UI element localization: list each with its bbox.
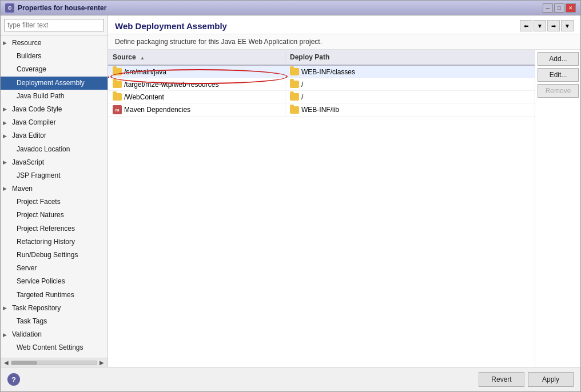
footer-buttons: Revert Apply — [479, 372, 574, 387]
deploy-path: / — [301, 81, 303, 89]
title-bar-left: ⚙ Properties for house-renter — [5, 3, 106, 13]
sidebar-item-label: Service Policies — [17, 276, 65, 287]
cell-deploy: WEB-INF/classes — [285, 66, 535, 78]
revert-button[interactable]: Revert — [479, 372, 524, 387]
help-button[interactable]: ? — [7, 373, 20, 386]
window-title: Properties for house-renter — [18, 4, 106, 12]
deploy-path: WEB-INF/lib — [301, 106, 339, 114]
source-path: Maven Dependencies — [124, 106, 190, 114]
footer-left: ? — [7, 373, 20, 386]
sidebar-item-label: Javadoc Location — [17, 144, 70, 155]
expand-arrow: ▶ — [3, 39, 10, 47]
source-path: /target/m2e-wtp/web-resources — [124, 81, 218, 89]
sidebar-item-task-tags[interactable]: Task Tags — [1, 315, 108, 328]
sidebar-item-label: Validation — [12, 329, 42, 340]
sidebar-item-label: Web Content Settings — [17, 342, 83, 353]
expand-arrow: ▶ — [3, 158, 10, 166]
right-panel: Web Deployment Assembly ⬅ ▼ ➡ ▼ Define p… — [108, 15, 580, 367]
sidebar-item-maven[interactable]: ▶ Maven — [1, 182, 108, 195]
col-header-deploy: Deploy Path — [285, 52, 535, 62]
apply-button[interactable]: Apply — [528, 372, 574, 387]
table-row[interactable]: /target/m2e-wtp/web-resources / — [108, 78, 535, 91]
sidebar-item-service-policies[interactable]: Service Policies — [1, 275, 108, 288]
cell-source: /WebContent — [108, 91, 285, 103]
folder-icon — [113, 93, 122, 101]
sidebar-item-server[interactable]: Server — [1, 262, 108, 275]
expand-arrow: ▶ — [3, 331, 10, 339]
sidebar-item-label: Task Repository — [12, 303, 61, 314]
main-window: ⚙ Properties for house-renter ─ □ ✕ ▶ Re… — [0, 0, 581, 392]
folder-icon — [290, 93, 299, 101]
sidebar-item-project-natures[interactable]: Project Natures — [1, 209, 108, 222]
minimize-button[interactable]: ─ — [543, 3, 553, 13]
nav-back-button[interactable]: ⬅ — [520, 20, 532, 31]
sidebar-item-java-code-style[interactable]: ▶ Java Code Style — [1, 103, 108, 116]
nav-forward-dropdown[interactable]: ▼ — [561, 20, 574, 31]
expand-arrow: ▶ — [3, 105, 10, 113]
sidebar-item-refactoring-history[interactable]: Refactoring History — [1, 235, 108, 249]
sidebar-item-label: Deployment Assembly — [17, 78, 85, 89]
sidebar-item-label: Java Build Path — [17, 91, 64, 102]
cell-deploy: / — [285, 79, 535, 90]
expand-arrow: ▶ — [3, 304, 10, 312]
close-button[interactable]: ✕ — [566, 3, 576, 13]
table-body: /src/main/java WEB-INF/classes /tar — [108, 66, 535, 366]
scroll-left-btn[interactable]: ◀ — [4, 359, 9, 366]
scroll-thumb — [11, 361, 37, 365]
expand-arrow: ▶ — [3, 119, 10, 127]
scroll-right-btn[interactable]: ▶ — [100, 359, 104, 366]
cell-deploy: WEB-INF/lib — [285, 104, 535, 115]
source-path: /src/main/java — [124, 68, 166, 76]
sidebar-item-web-content-settings[interactable]: Web Content Settings — [1, 341, 108, 354]
sidebar-item-project-references[interactable]: Project References — [1, 222, 108, 235]
sidebar-item-java-build-path[interactable]: Java Build Path — [1, 90, 108, 103]
table-header: Source ▲ Deploy Path — [108, 50, 535, 66]
folder-icon — [290, 81, 299, 88]
table-row[interactable]: /WebContent / — [108, 91, 535, 103]
source-path: /WebContent — [124, 93, 164, 101]
sidebar-item-javascript[interactable]: ▶ JavaScript — [1, 156, 108, 169]
sidebar-item-label: JavaScript — [12, 157, 44, 168]
nav-tree: ▶ Resource Builders Coverage Deployment … — [1, 35, 108, 358]
sidebar-item-javadoc-location[interactable]: Javadoc Location — [1, 143, 108, 156]
expand-arrow: ▶ — [3, 185, 10, 193]
content-area: ▶ Resource Builders Coverage Deployment … — [1, 15, 580, 367]
edit-button[interactable]: Edit... — [538, 68, 579, 82]
sidebar-item-resource[interactable]: ▶ Resource — [1, 37, 108, 50]
sidebar-item-label: Task Tags — [17, 316, 47, 327]
table-row[interactable]: m Maven Dependencies WEB-INF/lib — [108, 103, 535, 117]
sidebar-item-coverage[interactable]: Coverage — [1, 63, 108, 76]
sidebar-item-validation[interactable]: ▶ Validation — [1, 328, 108, 341]
nav-dropdown-button[interactable]: ▼ — [534, 20, 546, 31]
sidebar-item-deployment-assembly[interactable]: Deployment Assembly — [1, 77, 108, 90]
col-header-source: Source ▲ — [108, 52, 285, 62]
sidebar-item-label: Java Code Style — [12, 104, 62, 115]
remove-button[interactable]: Remove — [538, 84, 579, 98]
sidebar-item-run-debug-settings[interactable]: Run/Debug Settings — [1, 249, 108, 262]
filter-input[interactable] — [4, 19, 104, 31]
cell-deploy: / — [285, 91, 535, 103]
sidebar-item-jsp-fragment[interactable]: JSP Fragment — [1, 169, 108, 182]
sidebar-item-java-compiler[interactable]: ▶ Java Compiler — [1, 116, 108, 129]
window-icon: ⚙ — [5, 3, 14, 13]
sidebar-item-label: Targeted Runtimes — [17, 290, 74, 301]
cell-source: m Maven Dependencies — [108, 103, 285, 116]
maximize-button[interactable]: □ — [554, 3, 564, 13]
add-button[interactable]: Add... — [538, 52, 579, 66]
scroll-track — [11, 361, 97, 365]
sidebar-item-label: Maven — [12, 183, 33, 194]
right-toolbar: ⬅ ▼ ➡ ▼ — [520, 20, 574, 31]
expand-arrow: ▶ — [3, 132, 10, 140]
sidebar-item-label: Refactoring History — [17, 237, 75, 247]
sidebar-item-label: Builders — [17, 51, 41, 62]
sidebar-item-targeted-runtimes[interactable]: Targeted Runtimes — [1, 289, 108, 302]
left-panel: ▶ Resource Builders Coverage Deployment … — [1, 15, 108, 367]
deploy-path: WEB-INF/classes — [301, 68, 355, 76]
sidebar-item-project-facets[interactable]: Project Facets — [1, 195, 108, 209]
cell-source: /target/m2e-wtp/web-resources — [108, 79, 285, 90]
sidebar-item-builders[interactable]: Builders — [1, 50, 108, 63]
sidebar-item-task-repository[interactable]: ▶ Task Repository — [1, 302, 108, 315]
table-row[interactable]: /src/main/java WEB-INF/classes — [108, 66, 535, 78]
nav-forward-button[interactable]: ➡ — [547, 20, 560, 31]
sidebar-item-java-editor[interactable]: ▶ Java Editor — [1, 129, 108, 142]
